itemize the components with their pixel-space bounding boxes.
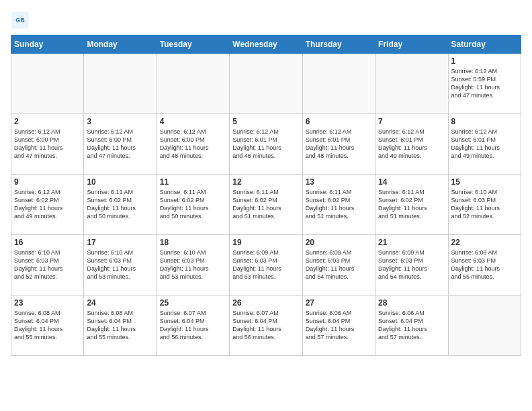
day-info: Sunrise: 6:11 AM Sunset: 6:02 PM Dayligh… xyxy=(160,188,226,221)
day-info: Sunrise: 6:12 AM Sunset: 6:01 PM Dayligh… xyxy=(306,128,372,161)
calendar-cell: 5Sunrise: 6:12 AM Sunset: 6:01 PM Daylig… xyxy=(230,114,302,175)
calendar-cell: 9Sunrise: 6:12 AM Sunset: 6:02 PM Daylig… xyxy=(11,175,84,235)
day-info: Sunrise: 6:12 AM Sunset: 5:59 PM Dayligh… xyxy=(451,67,518,100)
day-info: Sunrise: 6:12 AM Sunset: 6:01 PM Dayligh… xyxy=(232,128,299,161)
day-info: Sunrise: 6:09 AM Sunset: 6:03 PM Dayligh… xyxy=(306,248,372,281)
calendar-cell: 2Sunrise: 6:12 AM Sunset: 6:00 PM Daylig… xyxy=(11,114,84,175)
day-info: Sunrise: 6:12 AM Sunset: 6:00 PM Dayligh… xyxy=(160,128,226,161)
calendar-cell: 17Sunrise: 6:10 AM Sunset: 6:03 PM Dayli… xyxy=(84,235,157,295)
day-info: Sunrise: 6:11 AM Sunset: 6:02 PM Dayligh… xyxy=(87,188,153,221)
weekday-header-monday: Monday xyxy=(84,36,157,54)
calendar-cell: 24Sunrise: 6:08 AM Sunset: 6:04 PM Dayli… xyxy=(84,295,157,356)
calendar-week-4: 23Sunrise: 6:08 AM Sunset: 6:04 PM Dayli… xyxy=(11,295,521,356)
day-number: 25 xyxy=(160,298,226,308)
calendar-cell xyxy=(84,54,157,114)
logo-icon: GB xyxy=(11,11,30,30)
day-number: 5 xyxy=(232,117,299,126)
weekday-header-sunday: Sunday xyxy=(11,36,84,54)
calendar-cell: 22Sunrise: 6:08 AM Sunset: 6:03 PM Dayli… xyxy=(448,235,521,295)
calendar-cell: 1Sunrise: 6:12 AM Sunset: 5:59 PM Daylig… xyxy=(448,54,521,114)
calendar-cell: 4Sunrise: 6:12 AM Sunset: 6:00 PM Daylig… xyxy=(157,114,229,175)
day-info: Sunrise: 6:12 AM Sunset: 6:01 PM Dayligh… xyxy=(378,128,445,161)
calendar-cell: 19Sunrise: 6:09 AM Sunset: 6:03 PM Dayli… xyxy=(230,235,302,295)
calendar-cell: 15Sunrise: 6:10 AM Sunset: 6:03 PM Dayli… xyxy=(448,175,521,235)
day-number: 20 xyxy=(306,238,372,247)
calendar-cell: 16Sunrise: 6:10 AM Sunset: 6:03 PM Dayli… xyxy=(11,235,84,295)
day-info: Sunrise: 6:08 AM Sunset: 6:04 PM Dayligh… xyxy=(14,309,81,342)
day-number: 3 xyxy=(87,117,153,126)
day-number: 11 xyxy=(160,177,226,187)
calendar-cell: 28Sunrise: 6:06 AM Sunset: 6:04 PM Dayli… xyxy=(375,295,448,356)
day-number: 6 xyxy=(306,117,372,126)
weekday-header-thursday: Thursday xyxy=(302,36,375,54)
day-info: Sunrise: 6:10 AM Sunset: 6:03 PM Dayligh… xyxy=(87,248,153,281)
calendar-cell xyxy=(302,54,375,114)
calendar-cell xyxy=(230,54,302,114)
day-info: Sunrise: 6:10 AM Sunset: 6:03 PM Dayligh… xyxy=(451,188,518,221)
calendar-week-2: 9Sunrise: 6:12 AM Sunset: 6:02 PM Daylig… xyxy=(11,175,521,235)
day-number: 21 xyxy=(378,238,445,247)
calendar-cell xyxy=(11,54,84,114)
calendar-table: SundayMondayTuesdayWednesdayThursdayFrid… xyxy=(11,35,521,356)
day-info: Sunrise: 6:12 AM Sunset: 6:00 PM Dayligh… xyxy=(14,128,81,161)
calendar-week-1: 2Sunrise: 6:12 AM Sunset: 6:00 PM Daylig… xyxy=(11,114,521,175)
day-info: Sunrise: 6:10 AM Sunset: 6:03 PM Dayligh… xyxy=(160,248,226,281)
calendar-body: 1Sunrise: 6:12 AM Sunset: 5:59 PM Daylig… xyxy=(11,54,521,356)
day-info: Sunrise: 6:07 AM Sunset: 6:04 PM Dayligh… xyxy=(160,309,226,342)
calendar-week-0: 1Sunrise: 6:12 AM Sunset: 5:59 PM Daylig… xyxy=(11,54,521,114)
day-number: 2 xyxy=(14,117,81,126)
svg-text:GB: GB xyxy=(15,17,25,24)
day-number: 26 xyxy=(232,298,299,308)
calendar-cell: 18Sunrise: 6:10 AM Sunset: 6:03 PM Dayli… xyxy=(157,235,229,295)
day-number: 9 xyxy=(14,177,81,187)
calendar-cell: 7Sunrise: 6:12 AM Sunset: 6:01 PM Daylig… xyxy=(375,114,448,175)
calendar-cell xyxy=(157,54,229,114)
calendar-week-3: 16Sunrise: 6:10 AM Sunset: 6:03 PM Dayli… xyxy=(11,235,521,295)
day-info: Sunrise: 6:12 AM Sunset: 6:00 PM Dayligh… xyxy=(87,128,153,161)
day-number: 28 xyxy=(378,298,445,308)
day-info: Sunrise: 6:06 AM Sunset: 6:04 PM Dayligh… xyxy=(378,309,445,342)
day-number: 7 xyxy=(378,117,445,126)
calendar-cell: 10Sunrise: 6:11 AM Sunset: 6:02 PM Dayli… xyxy=(84,175,157,235)
day-number: 18 xyxy=(160,238,226,247)
day-number: 12 xyxy=(232,177,299,187)
day-number: 17 xyxy=(87,238,153,247)
weekday-header-wednesday: Wednesday xyxy=(230,36,302,54)
calendar-cell: 12Sunrise: 6:11 AM Sunset: 6:02 PM Dayli… xyxy=(230,175,302,235)
weekday-header-row: SundayMondayTuesdayWednesdayThursdayFrid… xyxy=(11,36,521,54)
day-info: Sunrise: 6:06 AM Sunset: 6:04 PM Dayligh… xyxy=(306,309,372,342)
day-info: Sunrise: 6:11 AM Sunset: 6:02 PM Dayligh… xyxy=(306,188,372,221)
day-info: Sunrise: 6:09 AM Sunset: 6:03 PM Dayligh… xyxy=(378,248,445,281)
day-number: 1 xyxy=(451,56,518,66)
day-info: Sunrise: 6:11 AM Sunset: 6:02 PM Dayligh… xyxy=(378,188,445,221)
day-number: 10 xyxy=(87,177,153,187)
day-number: 13 xyxy=(306,177,372,187)
calendar-cell: 13Sunrise: 6:11 AM Sunset: 6:02 PM Dayli… xyxy=(302,175,375,235)
calendar-cell: 6Sunrise: 6:12 AM Sunset: 6:01 PM Daylig… xyxy=(302,114,375,175)
calendar-header: SundayMondayTuesdayWednesdayThursdayFrid… xyxy=(11,36,521,54)
calendar-cell: 25Sunrise: 6:07 AM Sunset: 6:04 PM Dayli… xyxy=(157,295,229,356)
weekday-header-friday: Friday xyxy=(375,36,448,54)
day-number: 8 xyxy=(451,117,518,126)
day-info: Sunrise: 6:11 AM Sunset: 6:02 PM Dayligh… xyxy=(232,188,299,221)
day-number: 27 xyxy=(306,298,372,308)
calendar-cell xyxy=(448,295,521,356)
day-number: 4 xyxy=(160,117,226,126)
day-number: 23 xyxy=(14,298,81,308)
weekday-header-saturday: Saturday xyxy=(448,36,521,54)
day-number: 15 xyxy=(451,177,518,187)
day-info: Sunrise: 6:07 AM Sunset: 6:04 PM Dayligh… xyxy=(232,309,299,342)
calendar-cell: 20Sunrise: 6:09 AM Sunset: 6:03 PM Dayli… xyxy=(302,235,375,295)
calendar-cell: 21Sunrise: 6:09 AM Sunset: 6:03 PM Dayli… xyxy=(375,235,448,295)
page-header: GB xyxy=(11,11,521,30)
calendar-cell: 8Sunrise: 6:12 AM Sunset: 6:01 PM Daylig… xyxy=(448,114,521,175)
logo: GB xyxy=(11,11,32,30)
day-info: Sunrise: 6:08 AM Sunset: 6:03 PM Dayligh… xyxy=(451,248,518,281)
calendar-cell xyxy=(375,54,448,114)
calendar-cell: 3Sunrise: 6:12 AM Sunset: 6:00 PM Daylig… xyxy=(84,114,157,175)
day-info: Sunrise: 6:12 AM Sunset: 6:01 PM Dayligh… xyxy=(451,128,518,161)
day-number: 14 xyxy=(378,177,445,187)
day-number: 16 xyxy=(14,238,81,247)
calendar-cell: 14Sunrise: 6:11 AM Sunset: 6:02 PM Dayli… xyxy=(375,175,448,235)
calendar-cell: 27Sunrise: 6:06 AM Sunset: 6:04 PM Dayli… xyxy=(302,295,375,356)
